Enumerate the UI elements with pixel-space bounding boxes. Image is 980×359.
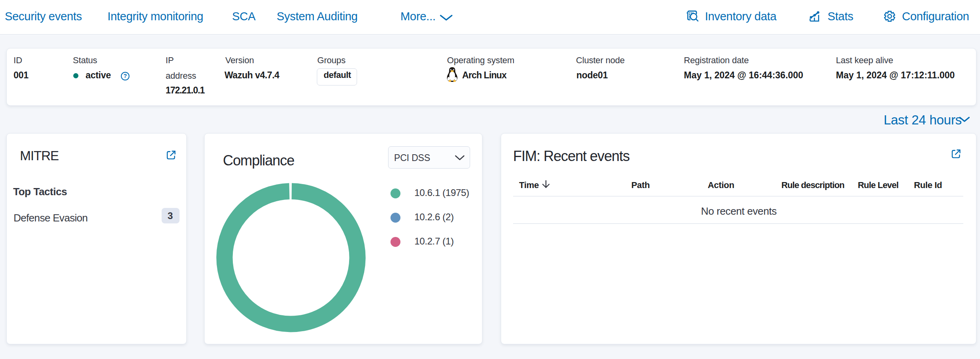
svg-text:?: ? [123, 73, 127, 79]
